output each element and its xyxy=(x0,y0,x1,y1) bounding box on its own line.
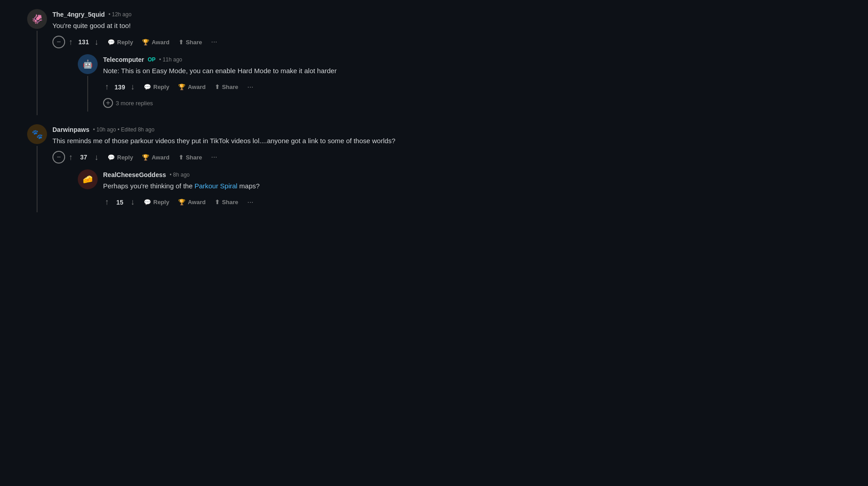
more-button-1[interactable]: ··· xyxy=(208,36,221,48)
reply-button-cheesegoddess[interactable]: 💬 Reply xyxy=(140,196,173,208)
thread-line-darwinpaws xyxy=(37,146,38,212)
share-icon-darwinpaws: ⬆ xyxy=(179,154,184,161)
reply-indent-1: 🤖 Telecomputer OP • 11h ago Note: This i… xyxy=(78,54,660,112)
avatar-the4ngrysquid: 🦑 xyxy=(27,9,47,29)
comment-header-1: The_4ngry_5quid • 12h ago xyxy=(52,11,660,18)
downvote-button-cheesegoddess[interactable]: ↓ xyxy=(129,196,137,209)
comment-header-darwinpaws: Darwinpaws • 10h ago • Edited 8h ago xyxy=(52,126,660,133)
vote-count-darwinpaws: 37 xyxy=(77,154,90,161)
username-1: The_4ngry_5quid xyxy=(52,11,105,18)
downvote-button-darwinpaws[interactable]: ↓ xyxy=(93,151,100,164)
more-replies-link[interactable]: + 3 more replies xyxy=(103,98,660,108)
avatar-col-1: 🦑 xyxy=(27,9,47,115)
downvote-button-telecomputer[interactable]: ↓ xyxy=(129,80,137,93)
username-telecomputer: Telecomputer xyxy=(103,56,144,63)
comment-text-telecomputer: Note: This is on Easy Mode, you can enab… xyxy=(103,66,660,76)
share-icon-1: ⬆ xyxy=(179,39,184,46)
action-bar-darwinpaws: − ↑ 37 ↓ 💬 Reply 🏆 Award ⬆ Share xyxy=(52,151,660,164)
award-button-telecomputer[interactable]: 🏆 Award xyxy=(175,81,209,93)
reply-indent-2: 🧀 RealCheeseGoddess • 8h ago Perhaps you… xyxy=(78,169,660,209)
award-button-darwinpaws[interactable]: 🏆 Award xyxy=(138,151,173,164)
avatar-telecomputer: 🤖 xyxy=(78,54,98,74)
parkour-spiral-link[interactable]: Parkour Spiral xyxy=(194,182,237,190)
comment-text-cheesegoddess: Perhaps you're thinking of the Parkour S… xyxy=(103,181,660,192)
share-button-darwinpaws[interactable]: ⬆ Share xyxy=(175,151,206,164)
share-button-cheesegoddess[interactable]: ⬆ Share xyxy=(211,196,242,208)
vote-section-cheesegoddess: ↑ 15 ↓ xyxy=(103,196,137,209)
award-icon-cheesegoddess: 🏆 xyxy=(178,199,185,206)
reply-icon-darwinpaws: 💬 xyxy=(108,154,115,161)
timestamp-1: • 12h ago xyxy=(108,11,132,18)
vote-count-1: 131 xyxy=(77,38,90,46)
timestamp-darwinpaws: • 10h ago • Edited 8h ago xyxy=(93,126,155,133)
upvote-button-1[interactable]: ↑ xyxy=(67,36,75,49)
comment-body-cheesegoddess: RealCheeseGoddess • 8h ago Perhaps you'r… xyxy=(103,169,660,209)
upvote-button-darwinpaws[interactable]: ↑ xyxy=(67,151,75,164)
comment-wrapper-2: 🐾 Darwinpaws • 10h ago • Edited 8h ago T… xyxy=(27,124,660,212)
more-button-cheesegoddess[interactable]: ··· xyxy=(244,196,257,208)
comment-body-1: The_4ngry_5quid • 12h ago You're quite g… xyxy=(52,9,660,115)
thread-line-1 xyxy=(37,31,38,115)
comment-wrapper-1: 🦑 The_4ngry_5quid • 12h ago You're quite… xyxy=(27,9,660,115)
avatar-col-telecomputer: 🤖 xyxy=(78,54,98,112)
thread-line-telecomputer xyxy=(87,76,88,112)
comment-header-telecomputer: Telecomputer OP • 11h ago xyxy=(103,56,660,63)
award-icon-telecomputer: 🏆 xyxy=(178,84,185,90)
vote-count-telecomputer: 139 xyxy=(113,84,126,91)
award-icon-darwinpaws: 🏆 xyxy=(142,154,149,161)
timestamp-cheesegoddess: • 8h ago xyxy=(170,172,189,178)
comment-thread: 🦑 The_4ngry_5quid • 12h ago You're quite… xyxy=(27,9,660,212)
avatar-col-darwinpaws: 🐾 xyxy=(27,124,47,212)
award-button-1[interactable]: 🏆 Award xyxy=(138,36,173,48)
comment-header-cheesegoddess: RealCheeseGoddess • 8h ago xyxy=(103,171,660,178)
more-button-darwinpaws[interactable]: ··· xyxy=(208,151,221,163)
share-icon-cheesegoddess: ⬆ xyxy=(215,199,220,206)
more-button-telecomputer[interactable]: ··· xyxy=(244,81,257,93)
reply-icon-telecomputer: 💬 xyxy=(144,84,151,90)
vote-section-1: ↑ 131 ↓ xyxy=(67,36,100,49)
comment-text-darwinpaws: This reminds me of those parkour videos … xyxy=(52,136,660,146)
username-cheesegoddess: RealCheeseGoddess xyxy=(103,171,166,178)
reply-button-darwinpaws[interactable]: 💬 Reply xyxy=(104,151,137,164)
reply-button-1[interactable]: 💬 Reply xyxy=(104,36,137,48)
avatar-col-cheesegoddess: 🧀 xyxy=(78,169,98,209)
award-icon-1: 🏆 xyxy=(142,39,149,46)
op-badge-telecomputer: OP xyxy=(148,56,156,63)
share-icon-telecomputer: ⬆ xyxy=(215,84,220,90)
upvote-button-telecomputer[interactable]: ↑ xyxy=(103,80,111,93)
share-button-1[interactable]: ⬆ Share xyxy=(175,36,206,48)
action-bar-cheesegoddess: ↑ 15 ↓ 💬 Reply 🏆 Award xyxy=(103,196,660,209)
share-button-telecomputer[interactable]: ⬆ Share xyxy=(211,81,242,93)
separator-1 xyxy=(27,115,660,124)
reply-icon-1: 💬 xyxy=(108,39,115,46)
action-bar-1: − ↑ 131 ↓ 💬 Reply 🏆 Award ⬆ Share xyxy=(52,36,660,49)
vote-count-cheesegoddess: 15 xyxy=(113,199,126,206)
more-replies-text: 3 more replies xyxy=(116,100,153,107)
comment-body-telecomputer: Telecomputer OP • 11h ago Note: This is … xyxy=(103,54,660,112)
downvote-button-1[interactable]: ↓ xyxy=(93,36,100,49)
reply-icon-cheesegoddess: 💬 xyxy=(144,199,151,206)
vote-section-telecomputer: ↑ 139 ↓ xyxy=(103,80,137,93)
username-darwinpaws: Darwinpaws xyxy=(52,126,90,133)
avatar-cheesegoddess: 🧀 xyxy=(78,169,98,189)
award-button-cheesegoddess[interactable]: 🏆 Award xyxy=(175,196,209,208)
comment-body-darwinpaws: Darwinpaws • 10h ago • Edited 8h ago Thi… xyxy=(52,124,660,212)
upvote-button-cheesegoddess[interactable]: ↑ xyxy=(103,196,111,209)
avatar-darwinpaws: 🐾 xyxy=(27,124,47,144)
timestamp-telecomputer: • 11h ago xyxy=(159,56,182,63)
reply-button-telecomputer[interactable]: 💬 Reply xyxy=(140,81,173,93)
vote-section-darwinpaws: ↑ 37 ↓ xyxy=(67,151,100,164)
collapse-button-1[interactable]: − xyxy=(52,36,65,48)
action-bar-telecomputer: ↑ 139 ↓ 💬 Reply 🏆 Award xyxy=(103,80,660,93)
comment-text-1: You're quite good at it too! xyxy=(52,21,660,31)
expand-more-icon: + xyxy=(103,98,113,108)
collapse-button-darwinpaws[interactable]: − xyxy=(52,151,65,164)
